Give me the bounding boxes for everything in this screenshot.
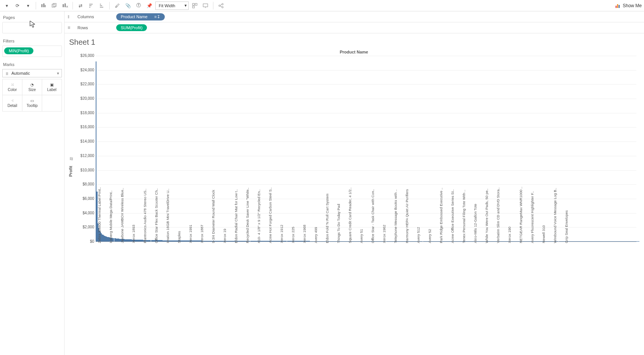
marks-type-label: Automatic [11,71,30,75]
marks-size-button[interactable]: ◔Size [22,79,42,95]
filter-pill-min-profit[interactable]: MIN(Profit) [4,47,33,54]
showme-button[interactable]: Show Me [615,3,642,8]
columns-pill-product-name[interactable]: Product Name ≡↧ [116,13,165,20]
x-tick-label: Newell 310 [541,225,546,243]
presentation-icon[interactable] [201,1,210,10]
x-tick-label: Iceberg Mobile Mega Data/Print.. [109,190,113,243]
new-worksheet-icon[interactable] [39,1,48,10]
showme-label: Show Me [623,3,642,8]
y-tick: $24,000 [80,68,94,72]
svg-rect-1 [43,3,44,7]
undo-dropdown-icon[interactable]: ▾ [2,1,11,10]
sort-asc-icon[interactable] [87,1,96,10]
x-tick-label: Xerox 19 [223,229,227,243]
svg-point-14 [222,6,223,8]
x-tick-label: Verbatim Slim CD and DVD Stora.. [496,187,500,243]
x-tick-label: Avery 499 [314,227,318,243]
rows-pill-sum-profit[interactable]: SUM(Profit) [116,24,147,31]
marks-label-button[interactable]: ▣Label [42,79,62,95]
axis-icon: ₪ [70,157,73,161]
x-tick-label: Telephone Message Books with .. [393,189,398,243]
x-tick-label: Tenex Personal Filing Tote With .. [462,190,466,243]
x-tick-label: Avery 52 [428,229,432,243]
size-icon: ◔ [30,83,34,87]
rows-shelf[interactable]: ≡ Rows SUM(Profit) [65,22,644,33]
marks-type-select[interactable]: ⫼ Automatic ▾ [2,69,62,77]
refresh-icon[interactable]: ⟳ [13,1,22,10]
y-tick: $6,000 [82,196,94,201]
filters-shelf[interactable]: MIN(Profit) [2,46,62,57]
clear-icon[interactable]: ✕ [60,1,69,10]
x-tick-label: Acme Office Executive Series St.. [450,189,455,243]
x-tick-label: Acme Hot Forged Carbon Steel S.. [268,187,272,243]
columns-label: Columns [77,14,108,19]
y-tick: $20,000 [80,96,94,101]
marks-detail-button[interactable]: ⁖Detail [3,95,22,111]
bar[interactable] [639,241,639,242]
x-axis-labels: Zebra ZM400 Thermal Label Print..Iceberg… [96,242,636,306]
fit-mode-select[interactable]: Fit Width ▾ [155,2,189,10]
x-tick-label: Imation 16GB Mini TravelDrive U.. [166,188,170,243]
svg-rect-10 [193,6,194,8]
totals-icon[interactable]: Ⓣ [134,1,143,10]
rows-label: Rows [77,25,108,30]
view-cards-icon[interactable] [190,1,199,10]
x-tick-label: NETGEAR RangeMax WNR1000 .. [519,187,523,243]
x-tick-label: Xerox 1991 [188,225,193,243]
svg-rect-16 [617,4,618,8]
x-tick-label: Eldon Radial Chair Mat for Low t.. [234,189,238,243]
duplicate-icon[interactable] [50,1,59,10]
x-tick-label: 9-3/4 Diameter Round Wall Clock [211,190,215,243]
highlight-icon[interactable]: 🖊 [113,1,122,10]
columns-icon: ⦀ [68,14,73,19]
svg-rect-9 [195,3,197,5]
pill-label: SUM(Profit) [121,25,142,30]
x-tick-label: Xerox 1887 [200,225,204,243]
sort-desc-icon[interactable] [97,1,106,10]
chart[interactable]: ₪ Profit $0$2,000$4,000$6,000$8,000$10,0… [68,56,640,344]
x-tick-label: Square Credit Card Reader, 4 1/2.. [348,187,352,243]
pin-icon[interactable]: 📌 [145,1,154,10]
chevron-down-icon: ▾ [57,71,59,76]
x-tick-label: Park Ridge Embossed Executive .. [439,188,443,243]
filter-pill-label: MIN(Profit) [9,49,29,53]
y-tick: $2,000 [82,225,94,229]
y-tick: $0 [90,239,94,243]
showme-icon [615,3,620,8]
svg-point-12 [219,5,220,6]
svg-rect-11 [203,4,208,7]
swap-icon[interactable]: ⇄ [76,1,85,10]
x-tick-label: Akro-Mils 12-Gallon Tote [473,204,477,243]
x-tick-label: Zebra ZM400 Thermal Label Print.. [97,187,101,243]
marks-tooltip-button[interactable]: ▭Tooltip [22,95,42,111]
x-tick-label: Eldon Fold 'N Roll Cart System [325,193,329,243]
y-tick: $12,000 [80,154,94,158]
attach-icon[interactable]: 📎 [123,1,133,10]
bar-icon: ⫼ [5,71,9,75]
filters-title: Filters [3,39,62,43]
pause-icon[interactable]: ▾ [24,1,33,10]
pages-shelf[interactable] [2,22,62,33]
side-panel: Pages Filters MIN(Profit) Marks ⫼ Automa… [0,11,65,355]
svg-rect-3 [52,4,55,7]
toolbar: ▾ ⟳ ▾ ✕ ⇄ 🖊 📎 Ⓣ 📌 Fit Width ▾ Show Me [0,0,644,11]
svg-rect-0 [41,4,43,7]
svg-rect-8 [193,3,194,5]
share-icon[interactable] [216,1,226,10]
marks-title: Marks [3,62,62,67]
sheet-title[interactable]: Sheet 1 [69,38,640,47]
marks-color-button[interactable]: ⁙Color [3,79,22,95]
x-tick-label: Recycled Desk Saver Line "While.. [245,188,249,243]
svg-rect-2 [45,5,46,7]
svg-rect-15 [616,6,617,8]
x-tick-label: Xerox 1962 [382,225,386,243]
svg-point-13 [222,3,223,5]
y-axis-label: Profit [68,166,73,177]
columns-shelf[interactable]: ⦀ Columns Product Name ≡↧ [65,11,644,22]
x-tick-label: Wirebound Voice Message Log B.. [553,188,557,243]
rows-icon: ≡ [68,25,73,30]
svg-rect-4 [53,3,56,6]
y-tick: $10,000 [80,168,94,172]
x-tick-label: Office Star Flex Back Scooter Ch.. [154,188,158,243]
chart-header: Product Name [68,50,640,54]
